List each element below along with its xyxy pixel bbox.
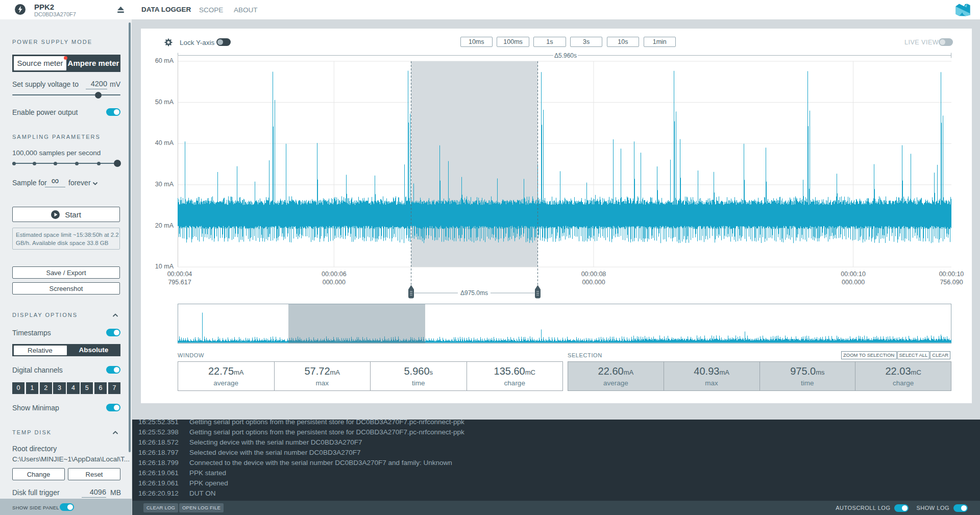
svg-text:Δ975.0ms: Δ975.0ms xyxy=(460,289,488,297)
svg-text:Δ5.960s: Δ5.960s xyxy=(554,52,577,59)
